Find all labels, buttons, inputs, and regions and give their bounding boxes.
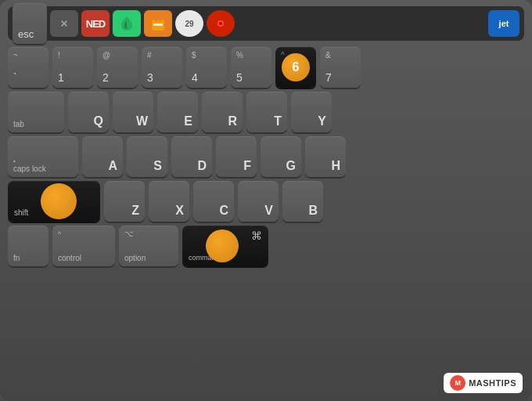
fn-key[interactable]: fn [8,226,49,266]
tb-app5-icon[interactable] [207,10,235,37]
key-y[interactable]: Y [291,92,332,132]
tb-app3-icon[interactable] [144,10,172,37]
number-row: ~ ` ! 1 @ 2 # 3 $ 4 % 5 [8,47,524,88]
key-a[interactable]: A [82,136,123,177]
svg-point-11 [219,22,222,25]
keyboard-container: esc NED 29 jet ~ ` ! 1 [0,0,532,401]
esc-key[interactable]: esc [13,3,47,44]
mashtips-logo-icon: M [450,375,466,391]
shift-key[interactable]: shift [8,181,100,222]
control-key[interactable]: ^ control [52,226,115,266]
tb-app1-icon[interactable]: NED [81,10,110,37]
key-2[interactable]: @ 2 [97,47,138,88]
key-7[interactable]: & 7 [320,47,361,88]
key-s[interactable]: S [127,136,167,177]
svg-rect-7 [156,23,160,26]
key-4[interactable]: $ 4 [186,47,227,88]
key-t[interactable]: T [246,92,287,132]
command-key[interactable]: command ⌘ [182,226,268,266]
svg-rect-6 [153,23,156,26]
fn-row: fn ^ control ⌥ option command ⌘ [8,226,524,266]
key-f[interactable]: F [216,136,257,177]
key-h[interactable]: H [305,136,346,177]
touch-bar: esc NED 29 jet [8,6,524,41]
key-1[interactable]: ! 1 [52,47,93,88]
key-x[interactable]: X [149,181,189,222]
svg-rect-5 [159,17,161,21]
keyboard: ~ ` ! 1 @ 2 # 3 $ 4 % 5 [8,47,524,266]
home-row: • caps lock A S D F G H [8,136,524,177]
tb-close-icon[interactable] [50,10,78,37]
tb-jet-icon[interactable]: jet [488,10,519,37]
caps-lock-key[interactable]: • caps lock [8,136,78,177]
key-z[interactable]: Z [104,181,145,222]
key-c[interactable]: C [193,181,234,222]
option-key[interactable]: ⌥ option [119,226,178,266]
key-backtick[interactable]: ~ ` [8,47,49,88]
svg-rect-8 [160,23,163,26]
mashtips-logo-text: MASHTIPS [469,378,516,388]
mashtips-logo: M MASHTIPS [444,373,523,393]
key-3[interactable]: # 3 [142,47,182,88]
key-q[interactable]: Q [68,92,109,132]
bottom-row: shift Z X C V B [8,181,524,222]
key-v[interactable]: V [238,181,279,222]
key-g[interactable]: G [261,136,301,177]
key-e[interactable]: E [157,92,198,132]
key-d[interactable]: D [171,136,212,177]
key-b[interactable]: B [282,181,323,222]
qwerty-row: tab Q W E R T Y [8,92,524,132]
command-orange-dot [206,229,239,262]
svg-rect-4 [155,17,157,21]
tb-app2-icon[interactable] [113,10,141,37]
key-w[interactable]: W [113,92,153,132]
shift-orange-dot [41,183,77,219]
key-5[interactable]: % 5 [231,47,271,88]
tab-key[interactable]: tab [8,92,64,132]
key-6-orange-dot: 6 [282,53,310,81]
key-r[interactable]: R [202,92,243,132]
tb-app4-icon[interactable]: 29 [175,10,203,37]
key-6[interactable]: ^ 6 [275,47,316,88]
